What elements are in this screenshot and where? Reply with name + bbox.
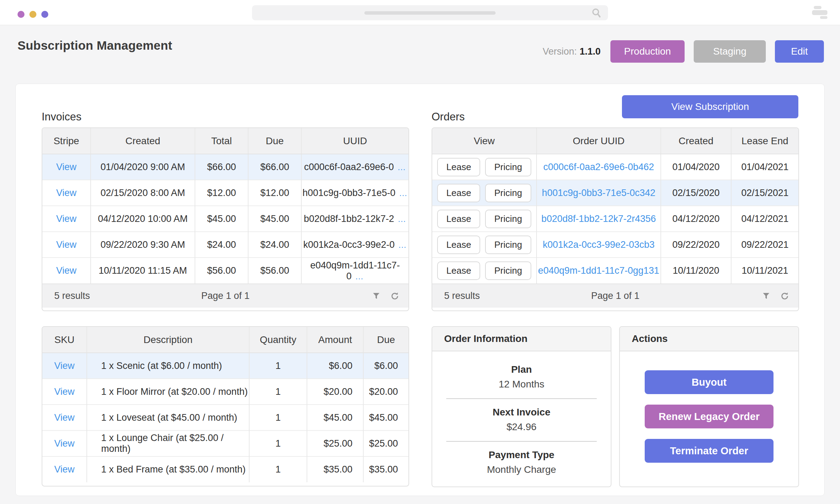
col-total: Total [195,128,248,154]
item-amount: $35.00 [307,456,363,482]
address-placeholder-line [364,11,496,15]
menu-lines-icon[interactable] [812,6,828,20]
order-row: LeasePricing c000c6f-0aa2-69e6-0b462 01/… [432,154,798,180]
order-row: LeasePricing h001c9g-0bb3-71e5-0c342 02/… [432,180,798,206]
invoice-uuid: c000c6f-0aa2-69e6-0… [301,154,408,180]
invoice-view-link[interactable]: View [56,239,76,250]
item-description: 1 x Scenic (at $6.00 / month) [87,353,249,379]
order-created: 10/11/2020 [661,258,731,284]
invoice-row: View 02/15/2020 8:00 AM $12.00 $12.00 h0… [42,180,408,206]
order-lease-end: 09/22/2021 [731,232,798,258]
lease-button[interactable]: Lease [437,236,480,254]
window-dot-violet[interactable] [41,11,48,18]
invoice-total: $45.00 [195,206,248,232]
sku-view-link[interactable]: View [54,360,75,371]
item-description: 1 x Bed Frame (at $35.00 / month) [87,456,249,482]
invoice-due: $45.00 [248,206,301,232]
uuid-expand-icon[interactable]: … [399,188,408,198]
sku-view-link[interactable]: View [54,438,75,449]
order-uuid-link[interactable]: b020d8f-1bb2-12k7-2r4356 [541,214,656,224]
buyout-button[interactable]: Buyout [645,370,774,394]
funnel-icon[interactable] [372,292,380,300]
line-item-row: View 1 x Scenic (at $6.00 / month) 1 $6.… [42,353,408,379]
order-row: LeasePricing k001k2a-0cc3-99e2-03cb3 09/… [432,232,798,258]
uuid-expand-icon[interactable]: … [397,162,406,172]
search-icon[interactable] [591,8,602,18]
order-information-panel: Order Information Plan 12 Months Next In… [432,326,611,487]
invoice-uuid: k001k2a-0cc3-99e2-0… [301,232,408,258]
lease-button[interactable]: Lease [437,261,480,280]
pricing-button[interactable]: Pricing [485,158,531,176]
pricing-button[interactable]: Pricing [485,184,531,202]
sku-view-link[interactable]: View [54,412,75,423]
header-controls: Version:1.1.0 Production Staging Edit [542,40,824,63]
invoice-view-link[interactable]: View [56,162,76,172]
invoice-total: $24.00 [195,232,248,258]
terminate-order-button[interactable]: Terminate Order [645,439,774,463]
order-lease-end: 01/04/2021 [731,154,798,180]
lease-button[interactable]: Lease [437,210,480,228]
window-dot-yellow[interactable] [29,11,36,18]
uuid-expand-icon[interactable]: … [398,214,406,224]
pricing-button[interactable]: Pricing [485,210,531,228]
invoice-created: 04/12/2020 10:00 AM [91,206,195,232]
address-search-bar[interactable] [252,5,608,20]
uuid-expand-icon[interactable]: … [398,240,407,250]
invoices-table: Stripe Created Total Due UUID View 01/04… [42,127,409,311]
edit-button[interactable]: Edit [775,40,824,63]
uuid-expand-icon[interactable]: … [355,272,364,281]
page-title: Subscription Management [18,38,172,52]
lease-button[interactable]: Lease [437,184,480,202]
col-due: Due [363,327,408,353]
item-due: $6.00 [363,353,408,379]
order-uuid-link[interactable]: c000c6f-0aa2-69e6-0b462 [543,162,654,172]
renew-legacy-order-button[interactable]: Renew Legacy Order [645,405,774,428]
refresh-icon[interactable] [780,292,789,301]
invoices-table-footer: Page 1 of 1 5 results [42,284,408,308]
invoice-row: View 10/11/2020 11:15 AM $56.00 $56.00 e… [42,258,408,284]
item-description: 1 x Lounge Chair (at $25.00 / month) [87,430,249,456]
col-created: Created [91,128,195,154]
funnel-icon[interactable] [762,292,770,300]
item-quantity: 1 [249,405,307,430]
order-created: 02/15/2020 [661,180,731,206]
payment-type-field: Payment Type Monthly Charge [432,442,611,475]
refresh-icon[interactable] [390,292,399,301]
col-description: Description [87,327,249,353]
item-description: 1 x Floor Mirror (at $20.00 / month) [87,379,249,405]
actions-panel: Actions Buyout Renew Legacy Order Termin… [619,326,799,487]
order-uuid-link[interactable]: h001c9g-0bb3-71e5-0c342 [542,188,655,198]
production-button[interactable]: Production [610,40,685,63]
invoice-total: $12.00 [195,180,248,206]
view-subscription-button[interactable]: View Subscription [622,95,798,118]
sku-view-link[interactable]: View [54,464,75,475]
invoice-view-link[interactable]: View [56,188,76,198]
pricing-button[interactable]: Pricing [485,261,531,280]
col-amount: Amount [307,327,363,353]
orders-header-row: View Order UUID Created Lease End [432,128,798,154]
pricing-button[interactable]: Pricing [485,236,531,254]
browser-chrome [0,0,840,25]
line-items-table: SKU Description Quantity Amount Due View… [42,326,409,486]
invoice-created: 01/04/2020 9:00 AM [91,154,195,180]
orders-table-footer: Page 1 of 1 5 results [432,284,798,308]
item-amount: $20.00 [307,379,363,405]
item-due: $45.00 [363,405,408,430]
staging-button[interactable]: Staging [694,40,766,63]
invoice-row: View 09/22/2020 9:30 AM $24.00 $24.00 k0… [42,232,408,258]
item-amount: $25.00 [307,430,363,456]
window-dot-purple[interactable] [18,11,24,18]
col-created: Created [661,128,731,154]
order-uuid-link[interactable]: e040q9m-1dd1-11c7-0gg131 [538,265,659,276]
lease-button[interactable]: Lease [437,158,480,176]
invoice-row: View 04/12/2020 10:00 AM $45.00 $45.00 b… [42,206,408,232]
invoice-total: $66.00 [195,154,248,180]
line-item-row: View 1 x Lounge Chair (at $25.00 / month… [42,430,408,456]
sku-view-link[interactable]: View [54,386,75,397]
orders-section-title: Orders [432,111,465,123]
invoice-due: $66.00 [248,154,301,180]
invoice-due: $56.00 [248,258,301,284]
invoice-view-link[interactable]: View [56,265,76,276]
invoice-view-link[interactable]: View [56,214,76,224]
order-uuid-link[interactable]: k001k2a-0cc3-99e2-03cb3 [543,239,655,250]
